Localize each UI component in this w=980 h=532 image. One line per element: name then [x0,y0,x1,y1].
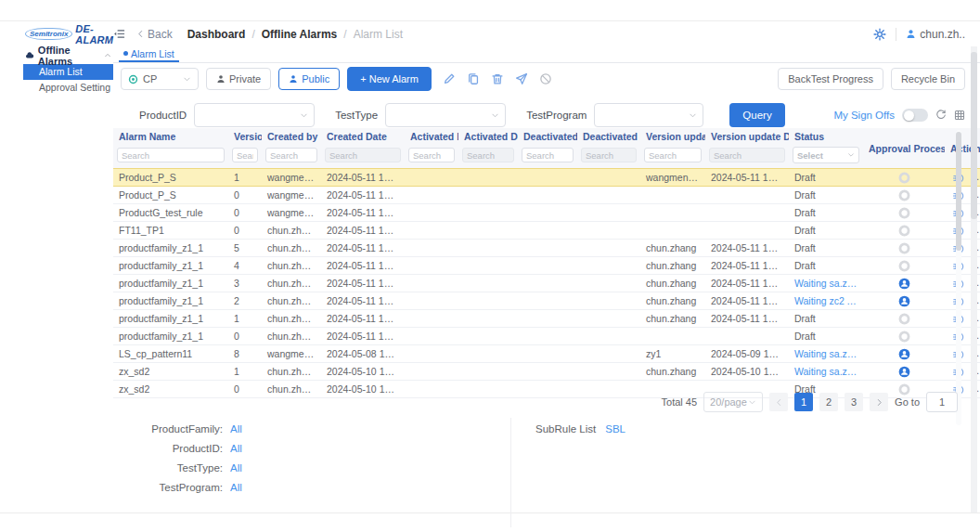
page-button-1[interactable]: 1 [794,393,813,411]
cell-status[interactable]: Waiting sa.zhao Appro... [789,363,863,381]
chevron-down-icon [491,111,499,120]
prev-page-button[interactable] [769,393,788,411]
search-input[interactable] [117,148,225,162]
subrule-value-link[interactable]: SBL [605,420,625,439]
collapse-sidebar-icon[interactable] [113,28,125,40]
back-button[interactable]: Back [136,28,173,41]
breadcrumb-offline-alarms[interactable]: Offline Alarms [262,28,338,41]
cell-status[interactable]: Waiting sa.zhao Appro... [789,275,863,292]
semitronix-logo: Semitronix [25,28,72,40]
page-button-2[interactable]: 2 [819,393,838,411]
table-row[interactable]: productfamily_z1_15chun.zhang2024-05-11 … [113,240,980,257]
sidebar-item-alarm-list[interactable]: Alarm List [23,64,113,80]
per-page-select[interactable]: 20/page [703,392,763,412]
page-scrollbar-thumb[interactable] [971,52,977,219]
cell-activated_date [458,204,518,222]
search-input[interactable] [232,148,258,162]
breadcrumb-separator: / [343,28,346,41]
table-row[interactable]: productfamily_z1_12chun.zhang2024-05-11 … [113,292,980,310]
goto-page-input[interactable] [926,392,958,412]
settings-gear-icon[interactable] [873,28,886,41]
table-row[interactable]: productfamily_z1_10chun.zhang2024-05-11 … [113,328,980,345]
search-cell [113,145,228,169]
table-row[interactable]: ProductG_test_rule0wangmengyan2024-05-11… [113,204,980,222]
send-icon[interactable] [515,72,528,85]
detail-row: ProductID:All [130,439,242,459]
cell-status[interactable]: Waiting sa.zhao Appro... [789,345,863,363]
cell-version: 3 [228,275,262,292]
cell-name: Product_P_S [113,187,228,204]
my-sign-offs-toggle[interactable] [902,109,928,122]
new-alarm-button[interactable]: + New Alarm [347,67,432,91]
public-label: Public [302,73,329,84]
approval-process-icon[interactable] [898,331,910,343]
cell-version: 1 [228,169,262,187]
search-input[interactable] [265,148,317,162]
approval-process-icon[interactable] [898,225,910,237]
cell-created_date: 2024-05-11 13:45:27 [321,240,405,257]
table-scrollbar-thumb[interactable] [956,132,961,251]
edit-icon[interactable] [443,72,456,85]
page-button-3[interactable]: 3 [845,393,863,411]
cell-activated_date [458,240,518,257]
next-page-button[interactable] [870,393,888,411]
detail-value-link[interactable]: All [230,478,242,498]
cell-activated_by [405,222,458,240]
productid-select[interactable] [194,103,315,127]
cell-status[interactable]: Waiting zc2 Approve [789,292,863,310]
breadcrumb-dashboard[interactable]: Dashboard [187,28,246,41]
detail-value-link[interactable]: All [230,439,242,459]
cell-deactivated_date [577,345,640,363]
cell-deactivated_date [577,187,640,204]
pagination-total: Total 45 [662,396,698,408]
status-filter-select[interactable]: Select [793,147,859,163]
private-button[interactable]: Private [206,68,271,90]
approval-process-icon[interactable] [898,172,910,184]
backtest-progress-button[interactable]: BackTest Progress [778,68,883,90]
detail-value-link[interactable]: All [230,420,242,439]
table-row[interactable]: FT11_TP10chun.zhang2024-05-11 15:17:51Dr… [113,222,980,240]
approval-process-icon[interactable] [898,366,910,378]
table-row[interactable]: zx_sd21chun.zhang2024-05-10 15:39:36chun… [113,363,980,381]
test-type-select[interactable]: CP [121,68,199,90]
approval-process-icon[interactable] [898,189,910,201]
search-input[interactable] [644,148,702,162]
approval-process-icon[interactable] [898,242,910,254]
detail-value-link[interactable]: All [230,459,242,478]
tab-alarm-list[interactable]: Alarm List [119,46,179,62]
sidebar-group-offline-alarms[interactable]: Offline Alarms [23,46,113,64]
approval-process-icon[interactable] [898,313,910,325]
testtype-select[interactable] [385,103,506,127]
testprogram-select[interactable] [594,103,703,127]
sidebar-item-approval-setting[interactable]: Approval Setting [23,80,113,96]
copy-icon[interactable] [467,72,480,85]
cell-version_update_by [640,204,705,222]
table-row[interactable]: productfamily_z1_11chun.zhang2024-05-11 … [113,310,980,328]
approval-process-icon[interactable] [898,295,910,307]
target-icon [128,74,138,84]
table-row[interactable]: LS_cp_pattern118wangmengyan2024-05-08 17… [113,345,980,363]
testtype-label: TestType [335,110,378,121]
table-row[interactable]: Product_P_S0wangmengyan2024-05-11 15:37:… [113,187,980,204]
approval-process-icon[interactable] [898,260,910,272]
query-button[interactable]: Query [729,103,784,127]
user-menu[interactable]: chun.zh.. [906,28,965,41]
cell-created_by: chun.zhang [262,275,321,292]
detail-label: ProductFamily: [130,420,223,439]
approval-process-icon[interactable] [898,348,910,360]
public-button[interactable]: Public [278,68,340,90]
refresh-icon[interactable] [935,110,947,121]
approval-process-icon[interactable] [898,207,910,219]
table-row[interactable]: productfamily_z1_13chun.zhang2024-05-11 … [113,275,980,292]
approval-process-icon[interactable] [898,278,910,290]
delete-icon[interactable] [491,72,504,85]
search-input[interactable] [522,148,574,162]
search-input[interactable] [408,148,455,162]
column-settings-icon[interactable] [954,110,965,121]
table-row[interactable]: Product_P_S1wangmengyan2024-05-11 15:37:… [113,169,980,187]
table-row[interactable]: productfamily_z1_14chun.zhang2024-05-11 … [113,257,980,275]
cell-activated_by [405,204,458,222]
recycle-bin-button[interactable]: Recycle Bin [891,68,965,90]
productid-label: ProductID [139,110,187,121]
cell-deactivated_date [577,257,640,275]
